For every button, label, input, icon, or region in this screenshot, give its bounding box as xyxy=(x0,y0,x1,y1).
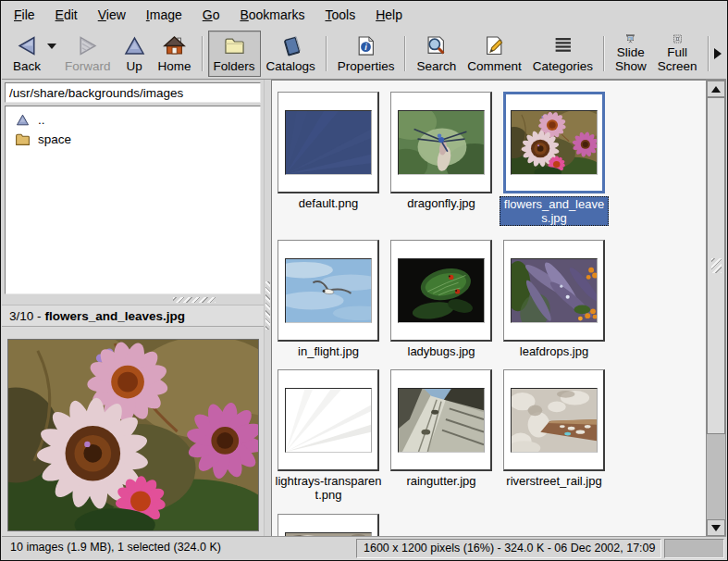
vertical-scrollbar[interactable] xyxy=(706,80,726,537)
thumbnail-image xyxy=(285,110,372,175)
toolbar-button-label: Back xyxy=(13,59,41,73)
folder-item-label: .. xyxy=(38,113,45,127)
image-position-label: 3/10 - xyxy=(9,309,42,323)
thumbnail-lightrays-transparent.png[interactable] xyxy=(278,369,379,471)
menu-view[interactable]: View xyxy=(88,3,136,27)
thumbnail-image xyxy=(285,258,372,323)
thumbnail-label[interactable]: in_flight.jpg xyxy=(274,344,383,358)
thumbnail-label[interactable]: dragonfly.jpg xyxy=(387,196,496,210)
menu-go[interactable]: Go xyxy=(192,3,230,27)
categories-button[interactable]: Categories xyxy=(527,31,598,77)
thumbnail-image xyxy=(398,258,485,323)
thumbnail-raingutter.jpg[interactable] xyxy=(390,369,492,471)
vertical-splitter[interactable] xyxy=(264,80,271,538)
menu-help[interactable]: Help xyxy=(365,3,413,27)
thumbnail-partial[interactable] xyxy=(278,514,379,537)
status-images-summary: 10 images (1.9 MB), 1 selected (324.0 K) xyxy=(10,541,221,554)
folders-button[interactable]: Folders xyxy=(208,31,261,77)
thumbnail-label[interactable]: leafdrops.jpg xyxy=(500,344,609,358)
scroll-up-button[interactable] xyxy=(707,81,725,97)
full-screen-button[interactable]: Full Screen xyxy=(652,31,703,77)
up-icon xyxy=(122,33,147,58)
thumbnail-image xyxy=(511,388,598,453)
toolbar-button-label: Comment xyxy=(467,59,522,73)
search-button[interactable]: Search xyxy=(411,31,462,77)
thumbnail-browser: default.pngdragonfly.jpgflowers_and_leav… xyxy=(271,80,706,537)
folder-list: ..space xyxy=(5,106,261,294)
home-button[interactable]: Home xyxy=(153,31,197,77)
folder-item-label: space xyxy=(38,132,71,146)
preview-image xyxy=(7,339,259,531)
menubar: FileEditViewImageGoBookmarksToolsHelp xyxy=(2,1,726,29)
scroll-down-button[interactable] xyxy=(707,519,725,536)
folder-icon xyxy=(15,131,31,147)
thumbnail-flowers_and_leaves.jpg[interactable] xyxy=(503,92,605,193)
menu-bookmarks[interactable]: Bookmarks xyxy=(229,3,315,27)
comment-icon xyxy=(482,33,507,58)
toolbar-button-label: Properties xyxy=(338,59,395,73)
thumbnail-label[interactable]: ladybugs.jpg xyxy=(387,344,496,358)
toolbar-button-label: Full Screen xyxy=(658,45,697,73)
back-icon xyxy=(15,33,40,58)
status-progress-area xyxy=(664,539,724,558)
properties-button[interactable]: iProperties xyxy=(332,31,401,77)
thumbnail-default.png[interactable] xyxy=(278,92,379,193)
forward-button: Forward xyxy=(59,31,117,77)
slideshow-icon xyxy=(618,33,643,44)
thumbnail-label[interactable]: riverstreet_rail.jpg xyxy=(500,474,609,488)
splitter-grip[interactable] xyxy=(173,297,216,303)
thumbnail-riverstreet_rail.jpg[interactable] xyxy=(503,369,605,471)
menu-image[interactable]: Image xyxy=(136,3,192,27)
splitter-grip[interactable] xyxy=(265,281,270,330)
folders-icon xyxy=(222,33,247,58)
up-button[interactable]: Up xyxy=(117,31,153,77)
horizontal-splitter[interactable] xyxy=(2,295,264,305)
toolbar-button-label: Search xyxy=(416,59,456,73)
toolbar-separator xyxy=(708,36,709,71)
fullscreen-icon xyxy=(665,33,690,44)
thumbnail-label[interactable]: raingutter.jpg xyxy=(387,474,496,488)
folder-item-parent[interactable]: .. xyxy=(6,110,260,130)
thumbnail-image xyxy=(511,110,598,175)
thumbnail-image xyxy=(398,388,485,453)
catalogs-icon xyxy=(278,33,303,58)
menu-tools[interactable]: Tools xyxy=(315,3,365,27)
toolbar-button-label: Forward xyxy=(65,59,111,73)
thumbnail-dragonfly.jpg[interactable] xyxy=(390,92,492,193)
folder-item-space[interactable]: space xyxy=(6,130,260,149)
toolbar-button-label: Catalogs xyxy=(266,59,315,73)
arrow-up-icon xyxy=(711,86,721,93)
thumbnail-label[interactable]: default.png xyxy=(274,196,383,210)
thumbnail-label[interactable]: flowers_and_leaves.jpg xyxy=(500,196,609,226)
toolbar-overflow-arrow-icon[interactable] xyxy=(714,48,722,59)
image-filename-label: flowers_and_leaves.jpg xyxy=(45,309,186,323)
back-history-dropdown-icon[interactable] xyxy=(47,44,56,49)
toolbar-separator xyxy=(603,36,605,71)
thumbnail-label[interactable]: lightrays-transparent.png xyxy=(274,474,383,502)
toolbar-separator xyxy=(326,36,327,71)
statusbar: 10 images (1.9 MB), 1 selected (324.0 K)… xyxy=(2,536,726,559)
back-button[interactable]: Back xyxy=(7,31,46,77)
categories-icon xyxy=(550,33,575,58)
thumbnail-leafdrops.jpg[interactable] xyxy=(503,240,605,342)
thumbnail-image xyxy=(398,110,485,175)
scrollbar-thumb[interactable] xyxy=(707,97,725,434)
toolbar-button-label: Categories xyxy=(533,59,593,73)
main-area: ..space 3/10 - flowers_and_leaves.jpg de… xyxy=(2,80,726,538)
up-icon xyxy=(15,112,31,128)
toolbar-button-label: Slide Show xyxy=(615,45,647,73)
thumbnail-image xyxy=(285,388,372,453)
thumbnail-in_flight.jpg[interactable] xyxy=(278,240,379,342)
scrollbar-grip xyxy=(711,258,722,273)
menu-edit[interactable]: Edit xyxy=(45,3,88,27)
menu-file[interactable]: File xyxy=(4,3,45,27)
location-path-input[interactable] xyxy=(5,82,261,103)
gthumb-window: FileEditViewImageGoBookmarksToolsHelp Ba… xyxy=(0,0,728,561)
catalogs-button[interactable]: Catalogs xyxy=(261,31,321,77)
preview-pane xyxy=(2,327,264,538)
thumbnail-ladybugs.jpg[interactable] xyxy=(390,240,492,342)
slide-show-button[interactable]: Slide Show xyxy=(610,31,652,77)
toolbar-button-label: Folders xyxy=(214,59,255,73)
comment-button[interactable]: Comment xyxy=(462,31,527,77)
forward-icon xyxy=(75,33,100,58)
